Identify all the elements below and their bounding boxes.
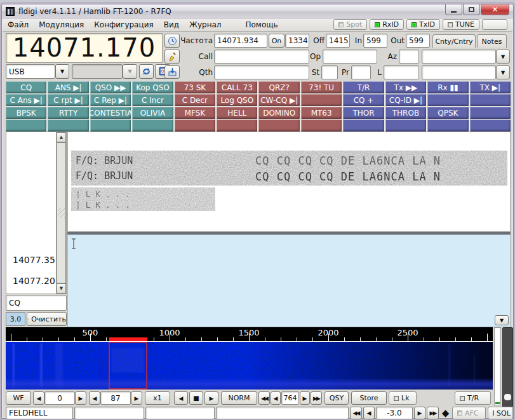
waterfall-offset-slider[interactable] xyxy=(502,327,513,407)
macro-button[interactable]: T/R xyxy=(343,81,384,93)
freq-right-arrow[interactable]: ▶ xyxy=(300,391,310,405)
menu-view[interactable]: Вид xyxy=(159,19,184,30)
region-dropdown-arrow[interactable]: ▼ xyxy=(496,65,510,79)
frequency-display[interactable]: 14071.170 xyxy=(6,33,163,63)
title-bar[interactable]: fldigi ver4.1.11 / Hamlib FT-1200 - R7FQ… xyxy=(2,4,513,18)
minimize-button[interactable] xyxy=(445,4,462,15)
macro-button[interactable] xyxy=(470,119,511,132)
macro-button[interactable] xyxy=(385,119,426,132)
tab-cnty-cntry[interactable]: Cnty/Cntry xyxy=(432,34,476,48)
refresh-button[interactable] xyxy=(139,64,154,79)
macro-button[interactable]: THROB xyxy=(385,107,426,119)
menu-log[interactable]: Журнал xyxy=(184,19,227,30)
macro-button[interactable] xyxy=(6,119,46,132)
rx-text-pane[interactable]: F/Q: BRJUN F/Q: BRJUN CQ CQ CQ CQ DE LA6… xyxy=(67,132,511,232)
snr-left2-arrow[interactable]: ◀◀ xyxy=(350,407,362,419)
macro-button[interactable]: Kop QSO xyxy=(132,81,173,93)
macro-button[interactable] xyxy=(470,94,511,106)
browser-search-input[interactable]: CQ xyxy=(6,295,67,311)
browser-squelch-value[interactable]: 3.0 xyxy=(6,312,25,326)
qsy-button[interactable]: QSY xyxy=(324,391,349,405)
slider-thumb[interactable] xyxy=(504,394,511,400)
scroll-up-icon[interactable]: ▲ xyxy=(57,132,66,142)
center-button[interactable]: ■ xyxy=(189,391,203,405)
rst-out-field[interactable]: 599 xyxy=(406,34,430,48)
signal-browser[interactable]: 14077.35 14077.20 ▲ ▼ xyxy=(6,132,67,294)
menu-help[interactable]: Помощь xyxy=(241,19,283,30)
sql-toggle[interactable]: SQL xyxy=(488,407,513,419)
bandwidth-marker[interactable] xyxy=(109,337,147,341)
macro-button[interactable]: DOMINO xyxy=(258,107,299,119)
scrollbar-thumb[interactable] xyxy=(57,142,66,283)
call-field[interactable] xyxy=(214,50,309,64)
macro-button[interactable]: C rpt ▶| xyxy=(48,94,88,106)
norm-button[interactable]: NORM xyxy=(221,391,257,405)
tab-notes[interactable]: Notes xyxy=(477,34,507,48)
macro-button[interactable]: QRZ? xyxy=(258,81,299,93)
macro-button[interactable]: CW-CQ ▶| xyxy=(258,94,299,106)
rxid-toggle[interactable]: RxID xyxy=(370,19,404,30)
macro-button[interactable]: OLIVIA xyxy=(132,107,173,119)
country-select[interactable] xyxy=(422,50,496,64)
macro-button[interactable]: QSO ▶▶ xyxy=(90,81,131,93)
macro-button[interactable]: C Rep ▶| xyxy=(90,94,131,106)
macro-button[interactable]: MFSK xyxy=(175,107,215,119)
macro-button[interactable] xyxy=(132,119,173,132)
macro-button[interactable] xyxy=(470,107,511,119)
waterfall-display[interactable] xyxy=(6,342,493,390)
gain-value[interactable]: 87 xyxy=(100,391,131,405)
squelch-level-value[interactable]: -3.0 xyxy=(376,407,413,419)
freq-left2-arrow[interactable]: ◀◀ xyxy=(258,391,270,405)
time-on-field[interactable]: 1334 xyxy=(285,34,309,48)
macro-button[interactable]: C Ans ▶| xyxy=(6,94,46,106)
scroll-down-icon[interactable]: ▼ xyxy=(57,283,66,294)
tr-toggle[interactable]: T/R xyxy=(455,391,491,405)
macro-button[interactable] xyxy=(301,94,342,106)
browser-clear-button[interactable]: Очистить xyxy=(27,312,67,326)
az-field[interactable] xyxy=(399,50,419,64)
shift-right-arrow[interactable]: ▶ xyxy=(204,391,218,405)
freq-field[interactable]: 14071.934 xyxy=(214,34,267,48)
browser-freq-item[interactable]: 14077.35 xyxy=(13,255,55,265)
macro-button[interactable]: Tx ▶▶ xyxy=(385,81,426,93)
macro-button[interactable]: CQ + xyxy=(343,94,384,106)
txid-toggle[interactable]: TxID xyxy=(406,19,440,30)
carrier-freq-value[interactable]: 764 xyxy=(281,391,299,405)
macro-button[interactable]: C Decr xyxy=(175,94,215,106)
region-select[interactable] xyxy=(422,65,496,79)
speed-right-arrow[interactable]: ▶ xyxy=(75,391,86,405)
macro-button[interactable] xyxy=(427,119,468,132)
tune-toggle[interactable]: TUNE xyxy=(443,19,479,30)
wf-mode-button[interactable]: WF xyxy=(6,391,31,405)
freq-right2-arrow[interactable]: ▶▶ xyxy=(311,391,322,405)
clear-log-button[interactable] xyxy=(164,50,180,64)
lock-toggle[interactable]: Lk xyxy=(389,391,417,405)
macro-button[interactable]: Rx ▮▮ xyxy=(427,81,468,93)
qth-field[interactable] xyxy=(214,65,309,79)
qso-time-button[interactable] xyxy=(164,34,180,48)
macro-button[interactable]: ANS ▶| xyxy=(48,81,88,93)
save-qso-button[interactable] xyxy=(164,65,180,79)
maximize-button[interactable] xyxy=(463,4,480,15)
macro-button[interactable] xyxy=(343,119,384,132)
zoom-button[interactable]: x1 xyxy=(145,391,170,405)
store-button[interactable]: Store xyxy=(351,391,387,405)
country-dropdown-arrow[interactable]: ▼ xyxy=(496,50,510,64)
snr-right2-arrow[interactable]: ▶▶ xyxy=(427,407,439,419)
macro-button[interactable] xyxy=(301,119,342,132)
tx-scroll-down-icon[interactable]: ▼ xyxy=(495,315,509,325)
browser-freq-item[interactable]: 14077.20 xyxy=(13,276,55,286)
speed-value[interactable]: 0 xyxy=(44,391,75,405)
speed-left-arrow[interactable]: ◀ xyxy=(33,391,44,405)
snr-right-arrow[interactable]: ▶ xyxy=(414,407,425,419)
macro-button[interactable] xyxy=(48,119,88,132)
st-field[interactable] xyxy=(321,65,338,79)
menu-file[interactable]: Файл xyxy=(3,19,34,30)
freq-left-arrow[interactable]: ◀ xyxy=(271,391,281,405)
macro-button[interactable]: CONTESTIA xyxy=(90,107,131,119)
macro-button[interactable] xyxy=(427,94,468,106)
macro-button[interactable]: 73 SK xyxy=(175,81,215,93)
browser-scrollbar[interactable]: ▲ ▼ xyxy=(56,132,66,294)
macro-button[interactable]: CQ-ID ▶| xyxy=(385,94,426,106)
macro-button[interactable]: QPSK xyxy=(427,107,468,119)
